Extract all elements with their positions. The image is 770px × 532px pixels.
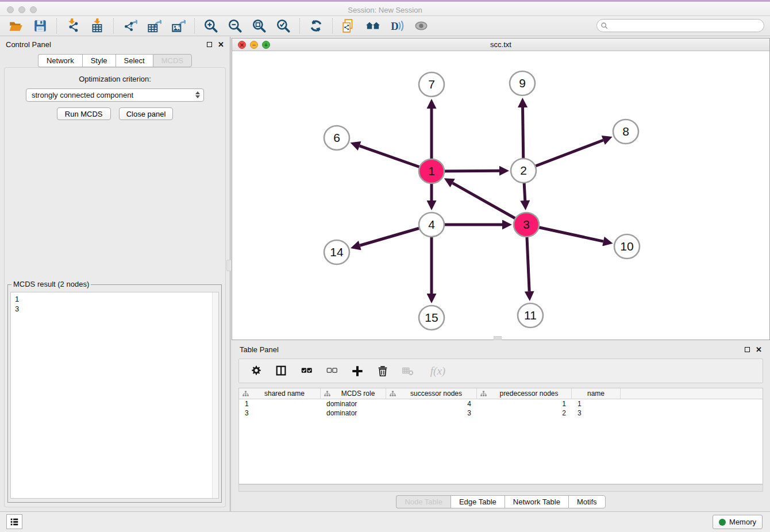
search-box[interactable]: [596, 19, 764, 32]
run-mcds-button[interactable]: Run MCDS: [57, 107, 111, 120]
tab-select[interactable]: Select: [116, 54, 153, 67]
zoom-fit-icon[interactable]: [251, 18, 267, 34]
graph-node-1[interactable]: 1: [419, 159, 444, 183]
table-panel-title: Table Panel: [240, 345, 279, 354]
table-cell[interactable]: dominator: [321, 408, 386, 418]
tab-node-table[interactable]: Node Table: [396, 495, 451, 508]
table-tabs: Node TableEdge TableNetwork TableMotifs: [232, 495, 770, 508]
save-session-icon[interactable]: [32, 18, 48, 34]
import-network-icon[interactable]: [65, 18, 81, 34]
export-network-icon[interactable]: [122, 18, 138, 34]
network-window-titlebar: ✕ – + scc.txt: [232, 38, 769, 51]
network-scroll-thumb[interactable]: [494, 336, 502, 340]
hide-labels-icon[interactable]: D: [389, 18, 405, 34]
control-panel: Control Panel ✕ NetworkStyleSelectMCDS O…: [0, 37, 230, 511]
node-table[interactable]: shared nameMCDS rolesuccessor nodesprede…: [238, 388, 763, 484]
graph-node-10[interactable]: 10: [614, 234, 640, 259]
graph-node-3[interactable]: 3: [514, 213, 539, 237]
node-label: 14: [330, 245, 344, 259]
close-panel-icon[interactable]: ✕: [218, 42, 224, 47]
network-minimize-button[interactable]: –: [250, 41, 258, 49]
column-header-successor-nodes[interactable]: successor nodes: [386, 388, 477, 399]
import-table-icon[interactable]: [89, 18, 105, 34]
mcds-result-title: MCDS result (2 nodes): [11, 280, 91, 288]
tab-mcds[interactable]: MCDS: [153, 54, 192, 67]
mcds-result-line: 1: [15, 294, 218, 304]
zoom-in-icon[interactable]: [203, 18, 219, 34]
network-graph[interactable]: 7968124314101511: [232, 51, 769, 340]
mcds-result-scrollbar[interactable]: [212, 292, 218, 498]
delete-row-icon[interactable]: [376, 364, 390, 378]
tab-edge-table[interactable]: Edge Table: [451, 495, 505, 508]
close-panel-button[interactable]: Close panel: [119, 107, 174, 120]
graph-node-2[interactable]: 2: [511, 159, 536, 183]
task-history-button[interactable]: [6, 514, 22, 529]
table-cell[interactable]: 3: [239, 408, 321, 418]
add-row-icon[interactable]: [351, 364, 364, 378]
first-neighbors-icon[interactable]: [365, 18, 381, 34]
zoom-selected-icon[interactable]: [275, 18, 291, 34]
select-all-icon[interactable]: [300, 364, 314, 378]
column-header-shared-name[interactable]: shared name: [239, 388, 321, 399]
graph-node-6[interactable]: 6: [324, 126, 349, 150]
mcds-result-textarea[interactable]: 13: [10, 292, 219, 499]
float-panel-icon[interactable]: [207, 42, 212, 47]
gear-icon[interactable]: [249, 364, 263, 378]
title-bar: Session: New Session: [0, 0, 770, 16]
export-table-icon[interactable]: [146, 18, 162, 34]
zoom-out-icon[interactable]: [227, 18, 243, 34]
mcds-result-group: MCDS result (2 nodes) 13: [7, 284, 222, 503]
tab-motifs[interactable]: Motifs: [568, 495, 606, 508]
show-view-icon[interactable]: [413, 18, 429, 34]
table-cell[interactable]: 4: [386, 399, 477, 408]
column-header-name[interactable]: name: [572, 388, 621, 399]
search-input[interactable]: [609, 21, 764, 31]
close-table-panel-icon[interactable]: ✕: [756, 347, 762, 352]
graph-node-7[interactable]: 7: [419, 72, 444, 97]
table-cell[interactable]: dominator: [321, 399, 386, 408]
graph-node-15[interactable]: 15: [419, 306, 444, 330]
table-cell[interactable]: 3: [572, 408, 621, 418]
optimization-dropdown[interactable]: strongly connected component: [26, 88, 204, 102]
control-panel-header: Control Panel ✕: [0, 37, 230, 52]
control-panel-title: Control Panel: [6, 40, 51, 49]
tab-network[interactable]: Network: [38, 54, 82, 67]
mcds-result-line: 3: [15, 304, 218, 314]
table-toolbar: f(x): [238, 358, 763, 383]
table-cell[interactable]: 1: [477, 399, 572, 408]
network-zoom-button[interactable]: +: [262, 41, 270, 49]
column-header-MCDS-role[interactable]: MCDS role: [321, 388, 386, 399]
column-header-predecessor-nodes[interactable]: predecessor nodes: [477, 388, 572, 399]
graph-node-4[interactable]: 4: [419, 213, 444, 237]
table-hscrollbar[interactable]: [238, 484, 763, 492]
table-panel-header: Table Panel ✕: [232, 342, 770, 357]
node-label: 3: [523, 218, 530, 231]
float-table-panel-icon[interactable]: [745, 347, 750, 352]
tab-style[interactable]: Style: [82, 54, 116, 67]
table-header-row: shared nameMCDS rolesuccessor nodesprede…: [239, 388, 763, 399]
columns-icon[interactable]: [275, 364, 288, 378]
svg-text:D: D: [391, 21, 398, 32]
graph-node-14[interactable]: 14: [324, 240, 349, 264]
table-cell[interactable]: 3: [386, 408, 477, 418]
table-row[interactable]: 3dominator323: [239, 408, 763, 418]
table-cell[interactable]: 2: [477, 408, 572, 418]
tab-network-table[interactable]: Network Table: [505, 495, 568, 508]
network-window-title: scc.txt: [490, 40, 511, 49]
search-icon: [600, 22, 609, 30]
node-label: 10: [620, 240, 633, 253]
node-label: 4: [428, 218, 435, 231]
table-cell[interactable]: 1: [239, 399, 321, 408]
open-file-icon[interactable]: [8, 18, 24, 34]
graph-node-9[interactable]: 9: [510, 71, 535, 95]
graph-node-8[interactable]: 8: [613, 119, 638, 144]
graph-node-11[interactable]: 11: [518, 303, 543, 327]
clone-network-icon[interactable]: [341, 18, 357, 34]
network-close-button[interactable]: ✕: [238, 41, 246, 49]
deselect-all-icon[interactable]: [325, 364, 339, 378]
memory-button[interactable]: Memory: [713, 515, 763, 529]
table-row[interactable]: 1dominator411: [239, 399, 763, 408]
table-cell[interactable]: 1: [572, 399, 621, 408]
export-image-icon[interactable]: [170, 18, 186, 34]
refresh-layout-icon[interactable]: [308, 18, 324, 34]
